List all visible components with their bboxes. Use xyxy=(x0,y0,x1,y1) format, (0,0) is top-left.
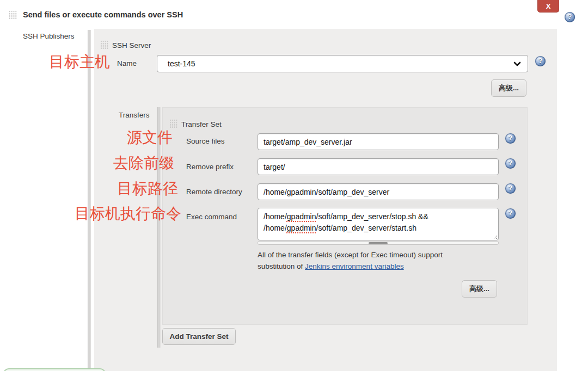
exec-text: /soft/amp_dev_server/stop.sh && xyxy=(316,212,428,221)
resize-handle-icon[interactable] xyxy=(492,233,497,239)
transfers-label: Transfers xyxy=(119,111,150,119)
remote-directory-label: Remote directory xyxy=(186,188,242,196)
remote-directory-input[interactable] xyxy=(258,183,499,200)
help-icon[interactable]: ? xyxy=(565,12,575,22)
note-prefix: substitution of xyxy=(258,262,305,270)
transfer-note-line1: All of the transfer fields (except for E… xyxy=(258,251,443,259)
drag-grip-icon[interactable] xyxy=(169,119,177,128)
chevron-down-icon xyxy=(513,61,521,66)
bottom-left-peek-box xyxy=(3,368,106,371)
exec-command-textarea[interactable]: /home/gpadmin/soft/amp_dev_server/stop.s… xyxy=(258,208,499,240)
help-icon[interactable]: ? xyxy=(505,183,516,194)
transfer-set-title: Transfer Set xyxy=(181,120,222,128)
annotation-remove-prefix: 去除前缀 xyxy=(113,155,174,171)
ssh-server-title: SSH Server xyxy=(112,41,151,50)
annotation-exec-command: 目标机执行命令 xyxy=(75,206,181,222)
help-icon[interactable]: ? xyxy=(505,158,516,169)
ssh-publish-config-page: Send files or execute commands over SSH … xyxy=(0,0,588,371)
exec-text: /home/ xyxy=(264,212,287,221)
source-files-input[interactable] xyxy=(258,133,499,150)
close-button[interactable]: X xyxy=(537,0,559,13)
drag-grip-icon[interactable] xyxy=(100,40,108,50)
name-select[interactable]: test-145 xyxy=(157,55,528,72)
remove-prefix-label: Remove prefix xyxy=(186,163,234,171)
exec-text: /home/ xyxy=(264,224,287,232)
section-divider xyxy=(88,30,91,371)
annotation-source-files: 源文件 xyxy=(127,129,173,146)
advanced-button[interactable]: 高级... xyxy=(462,280,497,298)
annotation-target-path: 目标路径 xyxy=(117,181,178,197)
source-files-label: Source files xyxy=(186,137,225,145)
exec-command-line2: /home/gpadmin/soft/amp_dev_server/start.… xyxy=(264,222,493,234)
annotation-target-host: 目标主机 xyxy=(49,54,110,70)
exec-command-label: Exec command xyxy=(186,213,237,221)
scrollbar-thumb[interactable] xyxy=(369,242,388,244)
help-icon[interactable]: ? xyxy=(535,56,546,66)
help-icon[interactable]: ? xyxy=(505,133,516,144)
page-title: Send files or execute commands over SSH xyxy=(23,10,183,19)
name-label: Name xyxy=(117,59,137,67)
name-select-value: test-145 xyxy=(157,59,513,68)
exec-command-line1: /home/gpadmin/soft/amp_dev_server/stop.s… xyxy=(264,211,493,222)
drag-grip-icon[interactable] xyxy=(9,10,17,20)
jenkins-env-vars-link[interactable]: Jenkins environment variables xyxy=(305,262,404,270)
remove-prefix-input[interactable] xyxy=(258,158,499,175)
advanced-button[interactable]: 高级... xyxy=(491,79,526,97)
add-transfer-set-button[interactable]: Add Transfer Set xyxy=(162,328,236,345)
transfer-note-line2: substitution of Jenkins environment vari… xyxy=(258,262,404,270)
misspelled-word: gpadmin xyxy=(287,212,316,221)
ssh-publishers-label: SSH Publishers xyxy=(23,32,75,40)
help-icon[interactable]: ? xyxy=(505,208,516,219)
misspelled-word: gpadmin xyxy=(287,224,316,232)
exec-text: /soft/amp_dev_server/start.sh xyxy=(316,224,416,232)
